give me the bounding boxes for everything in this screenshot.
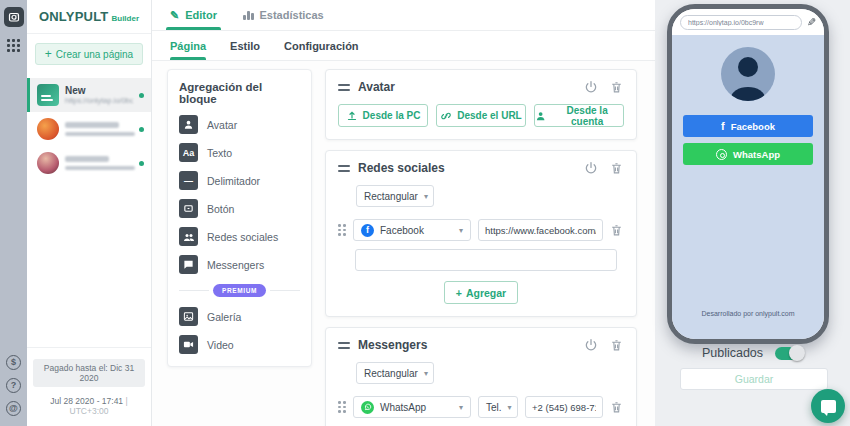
chat-bubble-icon xyxy=(821,400,836,413)
palette-item-video[interactable]: Video xyxy=(179,335,300,354)
top-tabbar: ✎ Editor Estadísticas xyxy=(152,0,655,31)
palette-item-social[interactable]: Redes sociales xyxy=(179,227,300,246)
blurred-page-title xyxy=(65,156,109,162)
premium-divider: PREMIUM xyxy=(179,284,300,297)
power-toggle-icon[interactable] xyxy=(584,80,598,94)
upload-from-pc-button[interactable]: Desde la PC xyxy=(338,104,428,127)
page-item[interactable] xyxy=(27,146,151,180)
palette-item-text[interactable]: Aa Texto xyxy=(179,143,300,162)
power-toggle-icon[interactable] xyxy=(584,161,598,175)
drag-dots-icon[interactable] xyxy=(338,224,346,236)
from-url-label: Desde el URL xyxy=(457,110,521,121)
drag-dots-icon[interactable] xyxy=(338,401,346,413)
page-item[interactable] xyxy=(27,112,151,146)
page-thumbnail-icon xyxy=(37,84,59,106)
power-toggle-icon[interactable] xyxy=(584,338,598,352)
tab-editor-label: Editor xyxy=(185,9,217,21)
add-social-button[interactable]: + Agregar xyxy=(444,281,518,304)
subscription-icon[interactable]: $ xyxy=(6,355,21,370)
tab-statistics-label: Estadísticas xyxy=(260,9,324,21)
preview-url-bar[interactable]: https://onlytap.io/0bc9rw xyxy=(680,15,802,30)
datetime-value: Jul 28 2020 - 17:41 xyxy=(50,396,123,406)
subtab-style[interactable]: Estilo xyxy=(230,31,260,60)
social-url-input[interactable] xyxy=(478,219,603,241)
subtab-configuration[interactable]: Configuración xyxy=(284,31,359,60)
messenger-icon xyxy=(179,255,198,274)
block-palette: Agregación del bloque Avatar Aa Texto — … xyxy=(167,69,312,367)
preview-facebook-button[interactable]: f Facebook xyxy=(683,115,813,137)
chevron-down-icon: ▾ xyxy=(502,403,512,412)
phone-preview: https://onlytap.io/0bc9rw ✎ f Facebook W… xyxy=(667,4,829,344)
create-page-label: Crear una página xyxy=(56,49,133,60)
avatar-block: Avatar Desde la xyxy=(325,69,637,140)
from-url-button[interactable]: Desde el URL xyxy=(436,104,526,127)
palette-item-gallery[interactable]: Galería xyxy=(179,307,300,326)
page-avatar xyxy=(37,152,59,174)
save-button[interactable]: Guardar xyxy=(680,368,828,390)
palette-item-label: Avatar xyxy=(207,119,237,131)
add-social-label: Agregar xyxy=(466,287,506,299)
plus-icon: + xyxy=(45,47,52,61)
whatsapp-icon xyxy=(361,401,374,414)
social-networks-icon xyxy=(179,227,198,246)
preview-facebook-label: Facebook xyxy=(731,121,775,132)
help-icon[interactable]: ? xyxy=(6,378,21,393)
text-icon: Aa xyxy=(179,143,198,162)
facebook-icon: f xyxy=(721,120,725,132)
palette-item-label: Botón xyxy=(207,203,234,215)
palette-item-label: Video xyxy=(207,339,234,351)
page-blocks: Avatar Desde la xyxy=(325,69,637,426)
new-social-input[interactable] xyxy=(355,249,617,271)
messenger-select[interactable]: WhatsApp ▾ xyxy=(353,396,471,418)
edit-url-icon[interactable]: ✎ xyxy=(807,16,816,29)
preview-url: https://onlytap.io/0bc9rw xyxy=(688,19,764,26)
apps-grid-icon[interactable] xyxy=(7,39,20,52)
from-account-button[interactable]: Desde la cuenta xyxy=(534,104,624,127)
page-item-new[interactable]: New https://onlytap.io/0bc9rw xyxy=(27,78,151,112)
palette-item-avatar[interactable]: Avatar xyxy=(179,115,300,134)
page-status-dot xyxy=(139,93,144,98)
logo: ONLYPULT Builder xyxy=(27,0,151,34)
palette-item-delimiter[interactable]: — Delimitador xyxy=(179,171,300,190)
delete-block-icon[interactable] xyxy=(610,338,624,352)
tel-type-select[interactable]: Tel. ▾ xyxy=(478,396,518,418)
delimiter-icon: — xyxy=(179,171,198,190)
instagram-camera-icon[interactable] xyxy=(4,7,24,27)
preview-footer-credit[interactable]: Desarrollado por onlypult.com xyxy=(672,310,824,317)
editor-main: ✎ Editor Estadísticas Página Estilo Conf… xyxy=(152,0,655,426)
shape-select[interactable]: Rectangular ▾ xyxy=(356,185,434,207)
blurred-page-title xyxy=(65,122,119,128)
account-icon[interactable]: @ xyxy=(6,401,21,416)
gallery-icon xyxy=(179,307,198,326)
subtab-page[interactable]: Página xyxy=(170,31,206,60)
palette-item-messengers[interactable]: Messengers xyxy=(179,255,300,274)
shape-select[interactable]: Rectangular ▾ xyxy=(356,362,434,384)
delete-row-icon[interactable] xyxy=(610,400,624,414)
preview-whatsapp-button[interactable]: WhatsApp xyxy=(683,143,813,165)
palette-item-button[interactable]: Botón xyxy=(179,199,300,218)
app-icon-strip: $ ? @ xyxy=(0,0,27,426)
palette-item-label: Texto xyxy=(207,147,232,159)
create-page-button[interactable]: + Crear una página xyxy=(35,43,143,65)
delete-block-icon[interactable] xyxy=(610,161,624,175)
drag-handle-icon[interactable] xyxy=(338,342,350,349)
network-select[interactable]: f Facebook ▾ xyxy=(353,219,471,241)
drag-handle-icon[interactable] xyxy=(338,165,350,172)
timezone[interactable]: UTC+3:00 xyxy=(70,406,109,416)
publish-row: Publicados xyxy=(655,346,850,360)
chevron-down-icon: ▾ xyxy=(418,192,428,201)
palette-item-label: Messengers xyxy=(207,259,264,271)
delete-block-icon[interactable] xyxy=(610,80,624,94)
delete-row-icon[interactable] xyxy=(610,223,624,237)
social-networks-block: Redes sociales Rectangular ▾ xyxy=(325,150,637,317)
phone-number-input[interactable] xyxy=(525,396,603,418)
tab-statistics[interactable]: Estadísticas xyxy=(243,0,324,30)
palette-item-label: Redes sociales xyxy=(207,231,278,243)
network-select-value: Facebook xyxy=(380,225,424,236)
drag-handle-icon[interactable] xyxy=(338,84,350,91)
publish-toggle[interactable] xyxy=(775,347,803,360)
pages-sidebar: ONLYPULT Builder + Crear una página New … xyxy=(27,0,152,426)
tab-editor[interactable]: ✎ Editor xyxy=(170,0,217,30)
chat-widget-button[interactable] xyxy=(811,389,845,423)
preview-avatar xyxy=(721,47,775,101)
